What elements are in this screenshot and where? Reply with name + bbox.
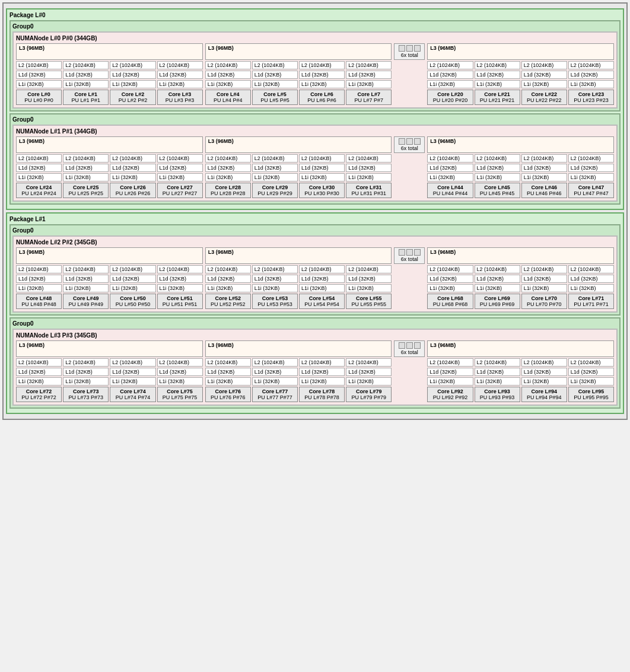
core-cell: Core L#45PU L#45 P#45 (475, 183, 520, 198)
l3-cache-box: L3 (96MB) (205, 43, 392, 60)
l1i-cache-cell: L1i (32KB) (568, 284, 614, 292)
l1i-cache-cell: L1i (32KB) (427, 377, 473, 386)
l1i-cache-cell: L1i (32KB) (299, 284, 345, 292)
core-cell: Core L#31PU L#31 P#31 (346, 183, 392, 198)
group: Group0NUMANode L#2 P#2 (345GB)L3 (96MB)L… (9, 224, 621, 316)
core-cell: Core L#49PU L#49 P#49 (63, 294, 109, 309)
core-cell: Core L#27PU L#27 P#27 (157, 183, 203, 198)
core-cell: Core L#92PU L#92 P#92 (427, 387, 473, 402)
l3-cache-box: L3 (96MB) (427, 43, 614, 60)
core-cell: Core L#21PU L#21 P#21 (475, 90, 520, 105)
l3-cache-box: L3 (96MB) (16, 43, 203, 60)
l2-cache-cell: L2 (1024KB) (521, 154, 567, 163)
l2-cache-cell: L2 (1024KB) (252, 265, 298, 273)
core-cell: Core L#53PU L#53 P#53 (252, 294, 298, 309)
l1i-cache-cell: L1i (32KB) (157, 173, 203, 181)
core-cell: Core L#55PU L#55 P#55 (346, 294, 392, 309)
l2-cache-cell: L2 (1024KB) (475, 61, 520, 69)
l2-cache-cell: L2 (1024KB) (475, 265, 520, 273)
core-cell: Core L#70PU L#70 P#70 (521, 294, 567, 309)
l2-cache-cell: L2 (1024KB) (346, 265, 392, 273)
l1d-cache-cell: L1d (32KB) (299, 275, 345, 283)
l1d-cache-cell: L1d (32KB) (16, 368, 62, 376)
l2-cache-cell: L2 (1024KB) (16, 61, 62, 69)
l2-cache-cell: L2 (1024KB) (568, 61, 614, 69)
core-cell: Core L#7PU L#7 P#7 (346, 90, 392, 105)
l1d-cache-cell: L1d (32KB) (205, 71, 251, 79)
l1d-cache-cell: L1d (32KB) (521, 368, 567, 376)
l2-cache-cell: L2 (1024KB) (346, 358, 392, 367)
l1i-cache-cell: L1i (32KB) (252, 284, 298, 292)
core-cell: Core L#22PU L#22 P#22 (521, 90, 567, 105)
core-cell: Core L#30PU L#30 P#30 (299, 183, 345, 198)
six-x-box: 6x total (394, 136, 425, 153)
core-cell: Core L#68PU L#68 P#68 (427, 294, 473, 309)
l1i-cache-cell: L1i (32KB) (299, 377, 345, 386)
l1i-cache-cell: L1i (32KB) (16, 377, 62, 386)
group-title: Group0 (12, 23, 618, 30)
l2-cache-cell: L2 (1024KB) (16, 154, 62, 163)
l2-cache-cell: L2 (1024KB) (205, 61, 251, 69)
l1i-cache-cell: L1i (32KB) (346, 377, 392, 386)
l1d-cache-cell: L1d (32KB) (475, 71, 520, 79)
l2-cache-cell: L2 (1024KB) (110, 154, 155, 163)
l2-cache-cell: L2 (1024KB) (427, 61, 473, 69)
l1d-cache-cell: L1d (32KB) (252, 368, 298, 376)
l3-cache-box: L3 (96MB) (427, 136, 614, 153)
l2-cache-cell: L2 (1024KB) (568, 154, 614, 163)
core-cell: Core L#73PU L#73 P#73 (63, 387, 109, 402)
l1d-cache-cell: L1d (32KB) (346, 368, 392, 376)
l1d-cache-cell: L1d (32KB) (346, 164, 392, 172)
l1i-cache-cell: L1i (32KB) (110, 173, 155, 181)
l1i-cache-cell: L1i (32KB) (427, 173, 473, 181)
l1d-cache-cell: L1d (32KB) (16, 71, 62, 79)
core-cell: Core L#51PU L#51 P#51 (157, 294, 203, 309)
l2-cache-cell: L2 (1024KB) (63, 61, 109, 69)
group: Group0NUMANode L#3 P#3 (345GB)L3 (96MB)L… (9, 317, 621, 409)
core-cell: Core L#2PU L#2 P#2 (110, 90, 155, 105)
l1d-cache-cell: L1d (32KB) (157, 368, 203, 376)
l2-cache-cell: L2 (1024KB) (205, 358, 251, 367)
l1i-cache-cell: L1i (32KB) (110, 284, 155, 292)
l2-cache-cell: L2 (1024KB) (346, 154, 392, 163)
l1d-cache-cell: L1d (32KB) (299, 368, 345, 376)
l1d-cache-cell: L1d (32KB) (157, 275, 203, 283)
l1i-cache-cell: L1i (32KB) (63, 284, 109, 292)
group-title: Group0 (12, 320, 618, 327)
l1d-cache-cell: L1d (32KB) (252, 71, 298, 79)
l2-cache-cell: L2 (1024KB) (521, 61, 567, 69)
l2-cache-cell: L2 (1024KB) (16, 358, 62, 367)
l1i-cache-cell: L1i (32KB) (205, 80, 251, 88)
l1d-cache-cell: L1d (32KB) (110, 275, 155, 283)
l1i-cache-cell: L1i (32KB) (63, 377, 109, 386)
l2-cache-cell: L2 (1024KB) (252, 154, 298, 163)
l2-cache-cell: L2 (1024KB) (205, 265, 251, 273)
l1i-cache-cell: L1i (32KB) (205, 377, 251, 386)
l1i-cache-cell: L1i (32KB) (157, 284, 203, 292)
core-cell: Core L#48PU L#48 P#48 (16, 294, 62, 309)
l1d-cache-cell: L1d (32KB) (475, 368, 520, 376)
l1i-cache-cell: L1i (32KB) (16, 173, 62, 181)
numa-title: NUMANode L#1 P#1 (344GB) (16, 128, 614, 135)
l1d-cache-cell: L1d (32KB) (427, 164, 473, 172)
core-cell: Core L#77PU L#77 P#77 (252, 387, 298, 402)
core-cell: Core L#44PU L#44 P#44 (427, 183, 473, 198)
core-cell: Core L#72PU L#72 P#72 (16, 387, 62, 402)
core-cell: Core L#0PU L#0 P#0 (16, 90, 62, 105)
core-cell: Core L#24PU L#24 P#24 (16, 183, 62, 198)
numa-title: NUMANode L#2 P#2 (345GB) (16, 239, 614, 246)
l1i-cache-cell: L1i (32KB) (299, 173, 345, 181)
l2-cache-cell: L2 (1024KB) (16, 265, 62, 273)
l1d-cache-cell: L1d (32KB) (299, 71, 345, 79)
l1i-cache-cell: L1i (32KB) (299, 80, 345, 88)
l1i-cache-cell: L1i (32KB) (427, 284, 473, 292)
l2-cache-cell: L2 (1024KB) (568, 358, 614, 367)
numa-node: NUMANode L#3 P#3 (345GB)L3 (96MB)L3 (96M… (12, 329, 618, 406)
core-cell: Core L#1PU L#1 P#1 (63, 90, 109, 105)
l1d-cache-cell: L1d (32KB) (205, 275, 251, 283)
l1i-cache-cell: L1i (32KB) (252, 377, 298, 386)
l3-cache-box: L3 (96MB) (205, 136, 392, 153)
core-cell: Core L#25PU L#25 P#25 (63, 183, 109, 198)
l1d-cache-cell: L1d (32KB) (521, 275, 567, 283)
l1d-cache-cell: L1d (32KB) (568, 368, 614, 376)
